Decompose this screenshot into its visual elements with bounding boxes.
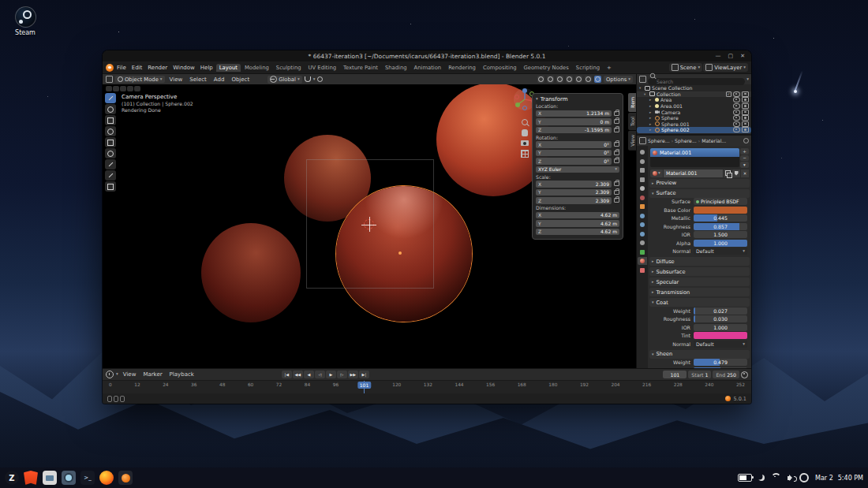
hide-viewport-eye-icon[interactable] <box>733 121 740 127</box>
ior-field[interactable]: 1.500 <box>694 231 747 238</box>
outliner-editor-icon[interactable] <box>639 76 646 83</box>
dimensions-z-field[interactable]: Z4.62 m <box>536 229 619 236</box>
tab-texture[interactable] <box>638 266 647 274</box>
shading-material-icon[interactable] <box>585 76 592 83</box>
hide-viewport-eye-icon[interactable] <box>733 91 740 97</box>
tool-measure[interactable] <box>105 170 116 181</box>
hide-viewport-eye-icon[interactable] <box>733 115 740 121</box>
zoom-icon[interactable] <box>522 119 528 125</box>
start-frame-field[interactable]: Start1 <box>688 371 711 378</box>
viewport-menu-object[interactable]: Object <box>229 76 252 83</box>
brave-browser-icon[interactable] <box>24 471 38 485</box>
snap-magnet-icon[interactable] <box>305 76 311 82</box>
outliner-row-area[interactable]: ▸ Area <box>637 97 751 103</box>
tab-object[interactable] <box>638 203 647 210</box>
viewport-menu-add[interactable]: Add <box>211 76 227 83</box>
disable-render-camera-icon[interactable] <box>742 121 749 127</box>
minimize-button[interactable]: — <box>716 50 721 61</box>
battery-icon[interactable] <box>738 474 752 482</box>
select-mode-extend-icon[interactable] <box>113 86 119 91</box>
prev-frame-button[interactable]: ◀ <box>304 371 314 378</box>
workspace-tab-geometry-nodes[interactable]: Geometry Nodes <box>521 64 572 72</box>
jump-to-start-button[interactable]: |◀ <box>282 371 292 378</box>
outliner-row-camera[interactable]: ▸ Camera <box>637 109 751 115</box>
scale-x-field[interactable]: X2.309 <box>536 181 612 188</box>
browse-material-button[interactable]: ▾ <box>650 169 663 177</box>
play-reverse-button[interactable]: ◁ <box>315 371 325 378</box>
panel-preview[interactable]: ▸ Preview <box>649 179 750 188</box>
fake-user-shield-button[interactable] <box>732 169 740 177</box>
location-x-field[interactable]: X1.2134 m <box>536 110 612 117</box>
zen-browser-icon[interactable]: Z <box>5 471 19 485</box>
timeline-menu-playback[interactable]: Playback <box>167 371 196 378</box>
menu-help[interactable]: Help <box>198 65 215 71</box>
tab-particles[interactable] <box>638 221 647 229</box>
sidebar-tab-tool[interactable]: Tool <box>628 113 636 130</box>
disable-render-camera-icon[interactable] <box>742 110 749 115</box>
sidebar-tab-view[interactable]: View <box>628 131 636 151</box>
tool-transform[interactable] <box>105 148 116 158</box>
collection-checkbox-icon[interactable]: ✓ <box>726 91 731 97</box>
lock-icon[interactable] <box>614 142 619 147</box>
select-mode-new-icon[interactable] <box>106 86 112 91</box>
timeline-menu-view[interactable]: View <box>121 371 139 378</box>
menu-render[interactable]: Render <box>145 65 170 71</box>
lock-icon[interactable] <box>614 181 619 186</box>
coat-roughness-slider[interactable]: 0.030 <box>694 315 747 322</box>
outliner-search[interactable] <box>648 72 745 87</box>
xray-toggle-icon[interactable] <box>556 76 563 83</box>
tab-render[interactable] <box>638 158 647 166</box>
menu-edit[interactable]: Edit <box>129 65 145 71</box>
add-workspace-button[interactable]: + <box>604 64 615 72</box>
camera-view-icon[interactable] <box>521 140 529 146</box>
coat-weight-slider[interactable]: 0.027 <box>694 307 747 315</box>
lock-icon[interactable] <box>614 128 619 132</box>
tab-tool[interactable] <box>638 148 647 156</box>
dimensions-x-field[interactable]: X4.62 m <box>536 212 619 219</box>
outliner-row-sphere-001[interactable]: ▸ Sphere.001 <box>637 121 751 128</box>
material-slot-active[interactable]: Material.001 <box>650 148 739 157</box>
workspace-tab-shading[interactable]: Shading <box>382 64 410 72</box>
tool-select-box[interactable] <box>105 93 116 103</box>
material-name-field[interactable]: Material.001 <box>664 169 723 177</box>
outliner-row-sphere-002-selected[interactable]: ▸ Sphere.002 <box>637 127 751 133</box>
volume-icon[interactable] <box>788 476 791 480</box>
lock-icon[interactable] <box>614 198 619 203</box>
options-button[interactable]: Options ▾ <box>604 76 633 83</box>
rotation-x-field[interactable]: X0° <box>536 141 612 148</box>
location-y-field[interactable]: Y0 m <box>536 118 612 125</box>
tab-view-layer[interactable] <box>638 176 647 184</box>
tool-move[interactable] <box>105 115 116 125</box>
workspace-tab-sculpting[interactable]: Sculpting <box>273 64 305 72</box>
rotation-mode-dropdown[interactable]: XYZ Euler▾ <box>536 166 619 173</box>
roughness-slider[interactable]: 0.857 <box>694 223 747 230</box>
scale-z-field[interactable]: Z2.309 <box>536 197 612 204</box>
gizmo-toggle-icon[interactable] <box>537 76 544 83</box>
disable-render-camera-icon[interactable] <box>742 103 749 109</box>
workspace-tab-rendering[interactable]: Rendering <box>445 64 479 72</box>
viewport-menu-select[interactable]: Select <box>187 76 209 83</box>
new-material-button[interactable] <box>724 169 731 177</box>
normal-dropdown[interactable]: Default▾ <box>694 248 747 255</box>
workspace-tab-modeling[interactable]: Modeling <box>241 64 272 72</box>
tab-material[interactable] <box>638 257 647 265</box>
blender-logo-icon[interactable] <box>106 64 114 72</box>
timeline-ruler[interactable]: 0122436486072849610812013214415616818019… <box>103 380 751 393</box>
disable-render-camera-icon[interactable] <box>742 97 749 102</box>
add-slot-button[interactable]: + <box>740 148 749 155</box>
night-light-icon[interactable] <box>758 475 765 481</box>
editor-type-icon[interactable] <box>106 76 113 83</box>
menu-window[interactable]: Window <box>170 65 197 71</box>
transform-panel-header[interactable]: ▾ Transform <box>536 95 619 103</box>
camera-app-icon[interactable] <box>62 471 76 485</box>
viewport-menu-view[interactable]: View <box>167 76 185 83</box>
perspective-toggle-icon[interactable] <box>521 150 529 158</box>
filter-icon[interactable]: ▾ <box>746 77 749 82</box>
workspace-tab-texture-paint[interactable]: Texture Paint <box>340 64 381 72</box>
prev-keyframe-button[interactable]: ◀◀ <box>293 371 303 378</box>
next-frame-button[interactable]: ▷ <box>337 371 347 378</box>
next-keyframe-button[interactable]: ▶▶ <box>348 371 358 378</box>
terminal-icon[interactable]: >_ <box>80 471 95 485</box>
breadcrumb-data[interactable]: Sphere... <box>675 138 697 143</box>
settings-gear-icon[interactable] <box>799 473 809 482</box>
